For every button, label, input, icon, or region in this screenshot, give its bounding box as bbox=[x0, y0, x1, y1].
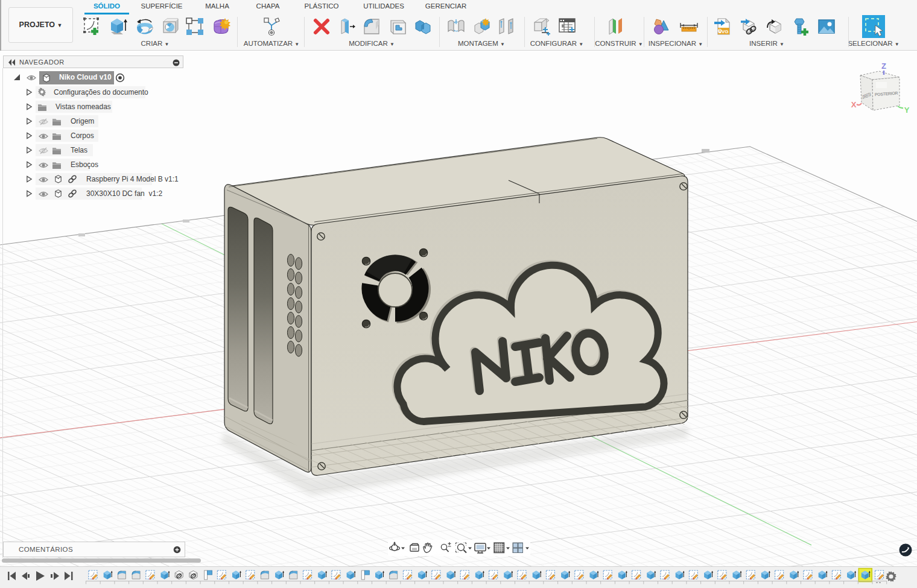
svg-text:Y: Y bbox=[904, 106, 910, 115]
svg-text:Z: Z bbox=[881, 62, 886, 71]
svg-text:X: X bbox=[851, 100, 857, 109]
